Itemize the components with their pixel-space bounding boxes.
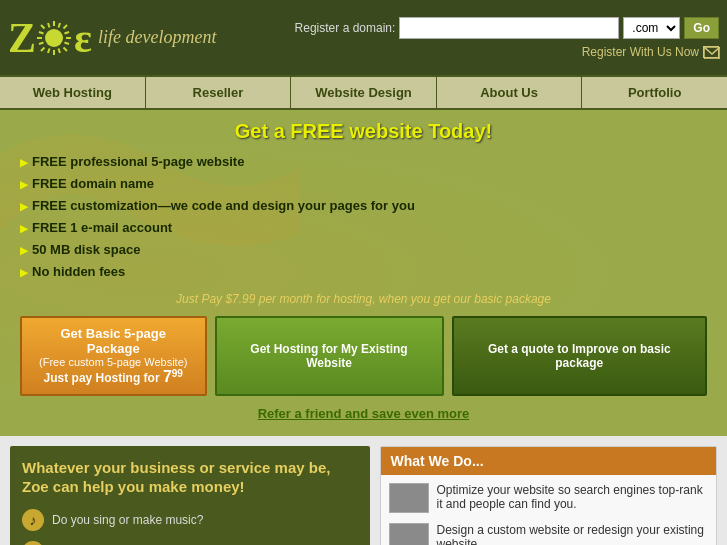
svg-text:oe: oe (48, 31, 61, 46)
domain-bar: Register a domain: .com .net .org Go (295, 17, 719, 39)
svg-line-9 (39, 32, 44, 34)
seo-thumbnail (389, 483, 429, 513)
nav-reseller[interactable]: Reseller (146, 77, 292, 108)
existing-website-label: Get Hosting for My Existing Website (250, 342, 407, 370)
right-col-title: What We Do... (381, 447, 717, 475)
left-col-title: Whatever your business or service may be… (22, 458, 358, 497)
promo-list-item: FREE professional 5-page website (20, 151, 707, 173)
promo-title: Get a FREE website Today! (20, 120, 707, 143)
domain-label: Register a domain: (295, 21, 396, 35)
basic-package-label: Get Basic 5-page Package (36, 326, 191, 356)
existing-website-button[interactable]: Get Hosting for My Existing Website (215, 316, 444, 396)
basic-package-sublabel: (Free custom 5-page Website) (36, 356, 191, 368)
nav-website-design[interactable]: Website Design (291, 77, 437, 108)
svg-line-8 (41, 47, 45, 51)
logo-z: Z (8, 14, 34, 62)
music-icon: ♪ (22, 509, 44, 531)
right-item-1: Optimize your website so search engines … (437, 483, 709, 511)
right-col-items: Optimize your website so search engines … (381, 475, 717, 545)
left-col-item: ♪ Do you sing or make music? (22, 509, 358, 531)
domain-go-button[interactable]: Go (684, 17, 719, 39)
promo-section: Get a FREE website Today! FREE professio… (0, 110, 727, 436)
basic-package-price: Just pay Hosting for 799 (36, 368, 191, 386)
promo-subtitle: Just Pay $7.99 per month for hosting, wh… (20, 292, 707, 306)
svg-line-7 (64, 25, 68, 29)
promo-buttons: Get Basic 5-page Package (Free custom 5-… (20, 316, 707, 396)
header-right: Register a domain: .com .net .org Go Reg… (295, 17, 719, 59)
left-col-item: 🌿 Do you own a lawn service? (22, 541, 358, 545)
promo-list-item: 50 MB disk space (20, 239, 707, 261)
quote-label: Get a quote to Improve on basic package (488, 342, 671, 370)
bottom-section: Whatever your business or service may be… (0, 436, 727, 545)
promo-list-item: FREE 1 e-mail account (20, 217, 707, 239)
email-icon (703, 46, 719, 58)
svg-line-11 (59, 23, 61, 28)
domain-input[interactable] (399, 17, 619, 39)
logo-sun-icon: oe (35, 19, 73, 57)
right-col-item: Design a custom website or redesign your… (389, 523, 709, 545)
svg-line-15 (48, 23, 50, 28)
promo-list-item: FREE customization—we code and design yo… (20, 195, 707, 217)
header: Z (0, 0, 727, 75)
domain-ext-select[interactable]: .com .net .org (623, 17, 680, 39)
promo-list-item: No hidden fees (20, 261, 707, 283)
nav-portfolio[interactable]: Portfolio (582, 77, 727, 108)
logo-tagline: life development (98, 27, 216, 48)
left-item-1: Do you sing or make music? (52, 513, 203, 527)
nav-web-hosting[interactable]: Web Hosting (0, 77, 146, 108)
svg-line-10 (65, 42, 70, 44)
design-thumbnail (389, 523, 429, 545)
svg-line-12 (48, 48, 50, 53)
logo-area: Z (8, 14, 216, 62)
logo-end: ε (74, 14, 90, 62)
svg-line-14 (39, 42, 44, 44)
promo-content: Get a FREE website Today! FREE professio… (20, 120, 707, 421)
left-column: Whatever your business or service may be… (10, 446, 370, 545)
basic-package-button[interactable]: Get Basic 5-page Package (Free custom 5-… (20, 316, 207, 396)
main-nav: Web Hosting Reseller Website Design Abou… (0, 75, 727, 110)
promo-list: FREE professional 5-page website FREE do… (20, 151, 707, 284)
svg-line-5 (41, 25, 45, 29)
promo-list-item: FREE domain name (20, 173, 707, 195)
nav-about-us[interactable]: About Us (437, 77, 583, 108)
right-column: What We Do... Optimize your website so s… (380, 446, 718, 545)
lawn-icon: 🌿 (22, 541, 44, 545)
right-item-2: Design a custom website or redesign your… (437, 523, 709, 545)
svg-line-6 (64, 47, 68, 51)
svg-line-13 (65, 32, 70, 34)
right-col-item: Optimize your website so search engines … (389, 483, 709, 513)
quote-button[interactable]: Get a quote to Improve on basic package (452, 316, 707, 396)
refer-link[interactable]: Refer a friend and save even more (20, 406, 707, 421)
register-link[interactable]: Register With Us Now (582, 45, 719, 59)
svg-line-16 (59, 48, 61, 53)
